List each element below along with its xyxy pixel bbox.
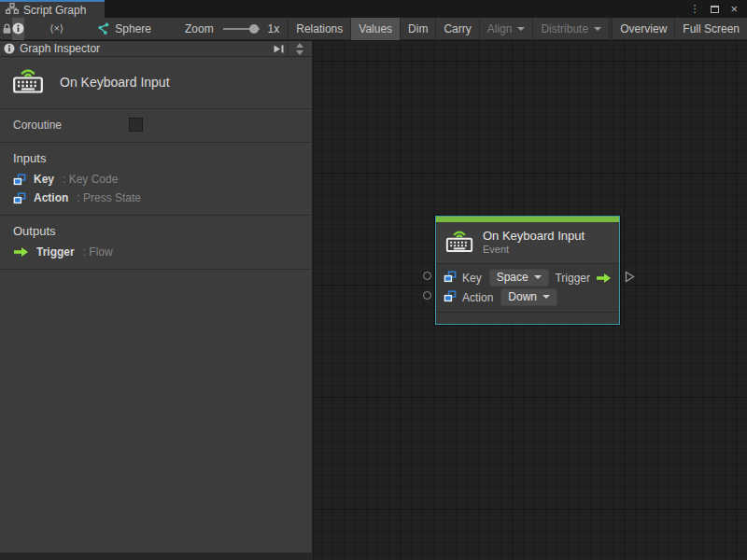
- key-input-port[interactable]: [423, 272, 431, 280]
- dock-panel-icon[interactable]: [273, 44, 285, 54]
- toolbar-button-relations[interactable]: Relations: [288, 18, 350, 40]
- port-type: : Press State: [77, 191, 141, 204]
- graph-inspector-header[interactable]: Graph Inspector: [0, 41, 312, 57]
- graph-toolbar: ⟨×⟩ Sphere Zoom 1x Relations Values Dim …: [0, 18, 747, 40]
- flow-arrow-icon: [596, 273, 612, 284]
- caret-down-icon: [543, 295, 550, 302]
- toolbar-button-values[interactable]: Values: [350, 18, 400, 40]
- port-name: Action: [34, 191, 68, 204]
- toolbar-button-dim[interactable]: Dim: [400, 18, 435, 40]
- graph-target[interactable]: Sphere: [96, 22, 151, 35]
- zoom-value: 1x: [268, 22, 280, 35]
- input-row-action: Action : Press State: [0, 189, 312, 207]
- inputs-section-header: Inputs: [0, 143, 312, 170]
- window-menu-icon[interactable]: ⋮: [689, 3, 699, 15]
- window-tab-bar: Script Graph ⋮ ×: [0, 0, 747, 18]
- node-subtitle: Event: [483, 244, 585, 256]
- keyboard-signal-icon: [11, 65, 45, 98]
- toolbar-button-align[interactable]: Align: [479, 18, 533, 40]
- inspected-unit-header: On Keyboard Input: [0, 57, 312, 109]
- node-row-key: Key Space Trigger: [444, 268, 612, 287]
- spinner-down-icon[interactable]: [296, 50, 303, 59]
- toolbar-button-fullscreen[interactable]: Full Screen: [674, 18, 747, 40]
- node-title: On Keyboard Input: [483, 229, 585, 244]
- graph-inspector-panel: Graph Inspector On Keyboard In: [0, 41, 313, 553]
- script-graph-icon: [6, 3, 19, 17]
- port-name: Key: [34, 173, 54, 186]
- toolbar-button-distribute[interactable]: Distribute: [532, 18, 609, 40]
- node-row-action: Action Down: [444, 287, 612, 307]
- port-type: : Key Code: [63, 173, 118, 186]
- node-body: Key Space Trigger: [436, 264, 619, 312]
- caret-down-icon: [594, 27, 601, 35]
- value-port-icon: [444, 271, 457, 286]
- tab-label: Script Graph: [23, 4, 86, 17]
- unit-title: On Keyboard Input: [60, 75, 170, 90]
- panel-bottom-edge: [0, 553, 313, 560]
- trigger-output-port[interactable]: [625, 270, 635, 287]
- tab-script-graph[interactable]: Script Graph: [0, 0, 105, 18]
- toolbar-button-carry[interactable]: Carry: [435, 18, 478, 40]
- close-icon[interactable]: ×: [730, 3, 738, 15]
- node-on-keyboard-input[interactable]: On Keyboard Input Event Key Space Tr: [435, 216, 620, 325]
- inspector-toggle-button[interactable]: [12, 18, 24, 40]
- key-dropdown[interactable]: Space: [489, 269, 549, 287]
- toolbar-button-overview[interactable]: Overview: [612, 18, 674, 40]
- value-port-icon: [13, 174, 26, 186]
- node-port-label: Key: [462, 272, 482, 285]
- output-row-trigger: Trigger : Flow: [0, 243, 312, 261]
- action-dropdown[interactable]: Down: [500, 288, 557, 306]
- maximize-icon[interactable]: [711, 6, 719, 13]
- lock-icon[interactable]: [2, 18, 12, 40]
- node-footer: [436, 312, 619, 324]
- value-port-icon: [13, 192, 26, 204]
- zoom-slider[interactable]: [223, 28, 260, 30]
- port-type: : Flow: [83, 245, 113, 259]
- zoom-slider-handle[interactable]: [249, 24, 259, 34]
- spinner-up-icon[interactable]: [296, 39, 303, 48]
- action-input-port[interactable]: [423, 291, 431, 300]
- keyboard-signal-icon: [444, 228, 474, 257]
- graph-inspector-title: Graph Inspector: [20, 42, 100, 55]
- input-row-key: Key : Key Code: [0, 170, 312, 189]
- outputs-section-header: Outputs: [0, 216, 312, 243]
- script-graph-asset-icon: [96, 22, 109, 35]
- zoom-label: Zoom: [185, 22, 214, 35]
- code-view-icon[interactable]: ⟨×⟩: [49, 22, 64, 35]
- flow-arrow-icon: [13, 246, 29, 258]
- node-port-label: Action: [462, 291, 493, 304]
- info-icon: [12, 22, 24, 35]
- value-port-icon: [444, 290, 457, 305]
- target-label: Sphere: [115, 22, 151, 35]
- coroutine-checkbox[interactable]: [129, 118, 143, 132]
- node-header[interactable]: On Keyboard Input Event: [436, 222, 619, 264]
- panel-spinner[interactable]: [291, 39, 308, 59]
- coroutine-label: Coroutine: [13, 119, 129, 132]
- trigger-output-label: Trigger: [555, 272, 590, 285]
- caret-down-icon: [534, 275, 542, 283]
- coroutine-row: Coroutine: [0, 109, 312, 143]
- port-name: Trigger: [36, 245, 75, 259]
- caret-down-icon: [517, 27, 525, 35]
- info-icon: [4, 43, 15, 54]
- graph-canvas[interactable]: On Keyboard Input Event Key Space Tr: [314, 41, 747, 560]
